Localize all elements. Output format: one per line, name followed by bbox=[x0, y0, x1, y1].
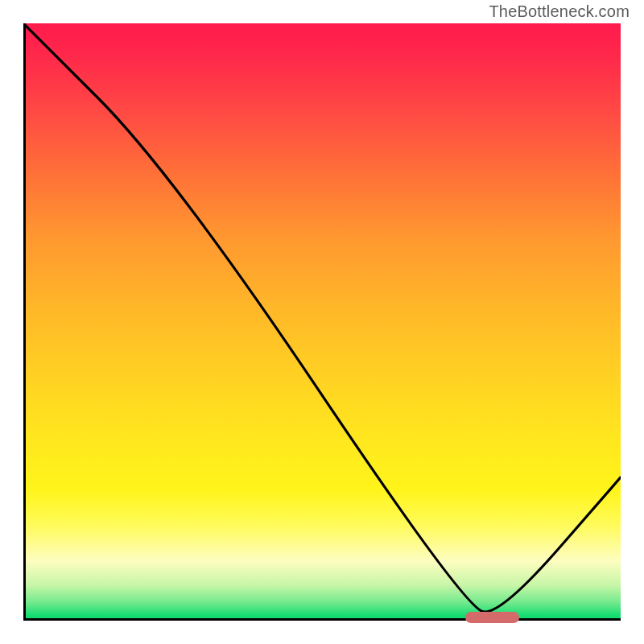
plot-area bbox=[23, 23, 621, 621]
attribution-label: TheBottleneck.com bbox=[489, 2, 630, 21]
bottleneck-chart: TheBottleneck.com bbox=[0, 0, 644, 644]
optimum-marker bbox=[465, 612, 519, 623]
score-gradient-background bbox=[23, 23, 621, 621]
